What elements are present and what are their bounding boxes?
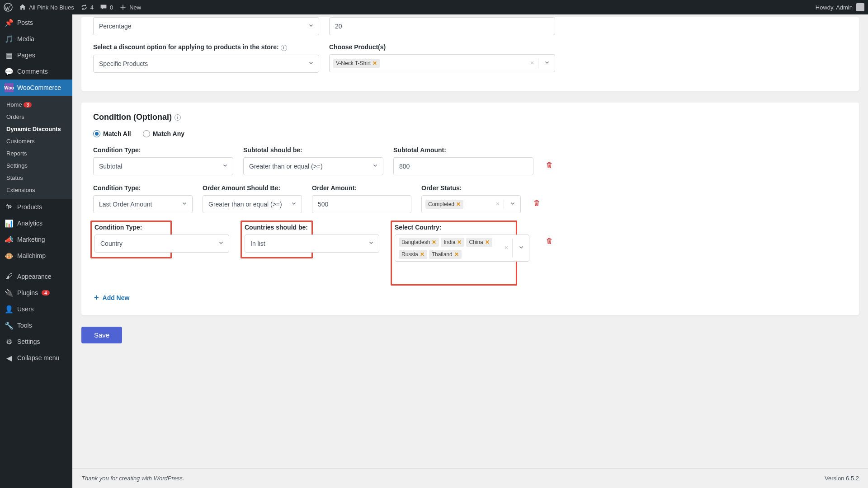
radio-checked-icon <box>93 130 100 137</box>
menu-mailchimp[interactable]: 🐵Mailchimp <box>0 248 72 264</box>
discount-type-select[interactable]: Percentage <box>93 17 319 35</box>
cond1-op-select[interactable]: Greater than or equal (>=) <box>243 157 383 175</box>
tag-remove[interactable]: ✕ <box>420 251 425 258</box>
discount-value-input[interactable]: 20 <box>329 17 555 35</box>
sliders-icon: ⚙ <box>5 337 14 346</box>
choose-products-select[interactable]: V-Neck T-Shirt✕ <box>329 54 555 72</box>
cond2-type-label: Condition Type: <box>93 184 193 192</box>
cond3-delete[interactable] <box>543 233 555 250</box>
sub-settings[interactable]: Settings <box>0 160 72 172</box>
menu-plugins[interactable]: 🔌Plugins 4 <box>0 285 72 301</box>
country-tag: Russia✕ <box>399 250 427 259</box>
site-link[interactable]: All Pink No Blues <box>19 4 74 11</box>
menu-users[interactable]: 👤Users <box>0 301 72 317</box>
cond2-op-select[interactable]: Greater than or equal (>=) <box>203 195 302 213</box>
users-icon: 👤 <box>5 305 14 314</box>
chevron-down-icon <box>372 163 378 170</box>
condition-row-3: Condition Type: Country Countries should… <box>93 222 847 281</box>
menu-posts[interactable]: 📌Posts <box>0 14 72 31</box>
new-label: New <box>129 4 141 11</box>
cond2-type-select[interactable]: Last Order Amount <box>93 195 193 213</box>
cond3-country-select[interactable]: Bangladesh✕ India✕ China✕ Russia✕ Thaila… <box>395 235 529 262</box>
wp-logo[interactable] <box>4 3 13 12</box>
cond2-op-label: Order Amount Should Be: <box>203 184 302 192</box>
clear-icon[interactable] <box>495 201 500 208</box>
menu-products[interactable]: 🛍Products <box>0 199 72 215</box>
cond1-type-select[interactable]: Subtotal <box>93 157 233 175</box>
menu-pages[interactable]: ▤Pages <box>0 47 72 63</box>
chevron-down-icon <box>222 163 228 170</box>
condition-row-1: Condition Type: Subtotal Subtotal should… <box>93 146 847 175</box>
country-tag: Thailand✕ <box>429 250 462 259</box>
tag-remove[interactable]: ✕ <box>485 239 490 245</box>
woo-icon: Woo <box>5 83 14 92</box>
condition-row-2: Condition Type: Last Order Amount Order … <box>93 184 847 213</box>
site-name: All Pink No Blues <box>29 4 74 11</box>
match-all-radio[interactable]: Match All <box>93 130 131 137</box>
condition-title: Condition (Optional)i <box>93 113 847 122</box>
menu-settings[interactable]: ⚙Settings <box>0 333 72 350</box>
tag-remove[interactable]: ✕ <box>456 201 461 207</box>
plugin-icon: 🔌 <box>5 288 14 297</box>
footer-version: Version 6.5.2 <box>825 475 859 482</box>
new-link[interactable]: New <box>119 4 141 11</box>
woo-submenu: Home 3 Orders Dynamic Discounts Customer… <box>0 96 72 199</box>
cond3-type-label: Condition Type: <box>94 224 168 231</box>
updates-link[interactable]: 4 <box>80 4 94 11</box>
menu-comments[interactable]: 💬Comments <box>0 63 72 80</box>
sub-orders[interactable]: Orders <box>0 111 72 123</box>
marketing-icon: 📣 <box>5 235 14 244</box>
chevron-down-icon <box>544 60 550 67</box>
menu-appearance[interactable]: 🖌Appearance <box>0 268 72 285</box>
menu-tools[interactable]: 🔧Tools <box>0 317 72 333</box>
chevron-down-icon <box>308 60 314 68</box>
cond2-status-label: Order Status: <box>421 184 521 192</box>
menu-media[interactable]: 🎵Media <box>0 31 72 47</box>
chevron-down-icon <box>181 201 188 208</box>
admin-footer: Thank you for creating with WordPress. V… <box>72 468 868 488</box>
menu-analytics[interactable]: 📊Analytics <box>0 215 72 231</box>
media-icon: 🎵 <box>5 34 14 43</box>
menu-woocommerce[interactable]: WooWooCommerce <box>0 80 72 96</box>
discount-option-select[interactable]: Specific Products <box>93 55 319 73</box>
cond1-delete[interactable] <box>543 157 555 174</box>
footer-thanks: Thank you for creating with WordPress. <box>81 475 184 482</box>
menu-marketing[interactable]: 📣Marketing <box>0 231 72 248</box>
cond2-status-select[interactable]: Completed✕ <box>421 195 521 213</box>
sub-home[interactable]: Home 3 <box>0 99 72 111</box>
match-any-radio[interactable]: Match Any <box>143 130 184 137</box>
pin-icon: 📌 <box>5 18 14 27</box>
sub-extensions[interactable]: Extensions <box>0 184 72 196</box>
tag-remove[interactable]: ✕ <box>454 251 459 258</box>
clear-icon[interactable] <box>504 244 509 252</box>
cond3-type-select[interactable]: Country <box>94 235 229 253</box>
country-tag: India✕ <box>441 238 464 247</box>
sub-customers[interactable]: Customers <box>0 135 72 147</box>
comment-icon: 💬 <box>5 67 14 76</box>
tag-remove[interactable]: ✕ <box>432 239 436 245</box>
cond2-amt-input[interactable]: 500 <box>312 195 411 213</box>
sub-dynamic-discounts[interactable]: Dynamic Discounts <box>0 123 72 135</box>
cond2-delete[interactable] <box>531 195 542 212</box>
tag-remove[interactable]: ✕ <box>457 239 462 245</box>
tag-remove[interactable]: ✕ <box>373 60 377 66</box>
save-button[interactable]: Save <box>81 327 122 343</box>
country-tag: China✕ <box>466 238 492 247</box>
avatar[interactable] <box>856 3 864 11</box>
comments-link[interactable]: 0 <box>100 4 113 11</box>
wrench-icon: 🔧 <box>5 321 14 330</box>
howdy-text[interactable]: Howdy, Admin <box>816 4 853 11</box>
plus-icon: + <box>94 293 99 302</box>
discount-option-label: Select a discount option for applying to… <box>93 43 319 51</box>
clear-icon[interactable] <box>529 60 535 67</box>
sub-status[interactable]: Status <box>0 172 72 184</box>
cond3-op-select[interactable]: In list <box>245 235 379 253</box>
sub-reports[interactable]: Reports <box>0 147 72 160</box>
collapse-menu[interactable]: ◀Collapse menu <box>0 350 72 366</box>
updates-count: 4 <box>90 4 94 11</box>
cond1-op-label: Subtotal should be: <box>243 146 383 154</box>
chevron-down-icon <box>308 23 314 30</box>
add-condition-button[interactable]: +Add New <box>93 290 130 305</box>
brush-icon: 🖌 <box>5 272 14 281</box>
cond1-amt-input[interactable]: 800 <box>393 157 533 175</box>
